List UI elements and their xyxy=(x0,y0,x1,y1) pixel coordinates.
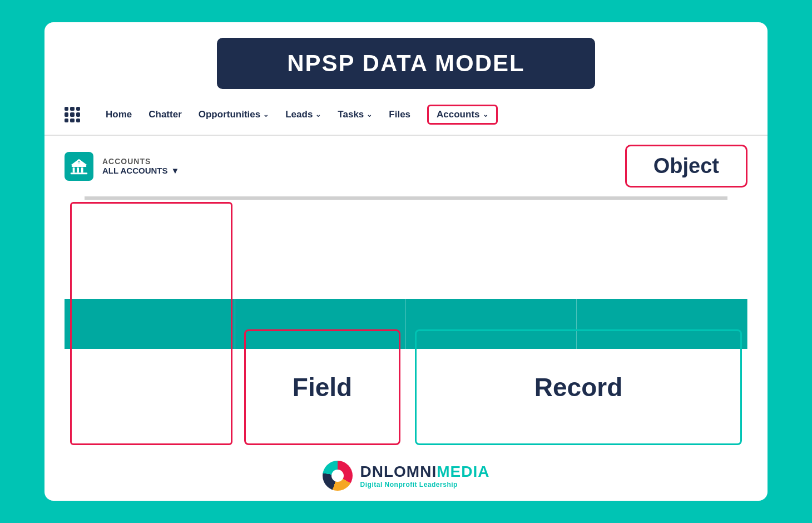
logo-omni: OMNI xyxy=(394,463,437,480)
svg-rect-1 xyxy=(73,167,75,172)
svg-rect-7 xyxy=(77,162,81,164)
chevron-down-icon: ⌄ xyxy=(263,111,269,119)
sub-header: ACCOUNTS ALL ACCOUNTS ▼ Object xyxy=(44,136,768,196)
grid-cell-r2c3 xyxy=(406,198,567,199)
nav-files[interactable]: Files xyxy=(389,109,410,120)
pink-outline-box xyxy=(70,202,232,445)
accounts-title: ACCOUNTS xyxy=(102,157,179,166)
sub-header-left: ACCOUNTS ALL ACCOUNTS ▼ xyxy=(65,152,179,181)
bank-icon xyxy=(70,157,88,176)
main-card: NPSP DATA MODEL Home Chatter Opportuniti… xyxy=(44,22,768,501)
svg-rect-3 xyxy=(81,167,83,172)
nav-opportunities[interactable]: Opportunities ⌄ xyxy=(199,109,269,120)
grid-cell-r2c1 xyxy=(85,198,246,199)
svg-rect-5 xyxy=(71,172,87,174)
accounts-subtitle: ALL ACCOUNTS ▼ xyxy=(102,166,179,175)
nav-leads[interactable]: Leads ⌄ xyxy=(285,109,321,120)
nav-bar: Home Chatter Opportunities ⌄ Leads ⌄ Tas… xyxy=(44,95,768,136)
nav-accounts[interactable]: Accounts ⌄ xyxy=(427,105,497,125)
nav-tasks[interactable]: Tasks ⌄ xyxy=(338,109,372,120)
svg-rect-2 xyxy=(77,167,79,172)
nav-chatter[interactable]: Chatter xyxy=(148,109,182,120)
grid-cell-r2c4 xyxy=(567,198,727,199)
logo-inner xyxy=(331,470,344,482)
page-title: NPSP DATA MODEL xyxy=(217,38,595,89)
chevron-down-icon: ⌄ xyxy=(315,111,321,119)
logo-media: MEDIA xyxy=(437,463,489,480)
accounts-icon xyxy=(65,152,93,181)
nav-home[interactable]: Home xyxy=(106,109,132,120)
grid-area xyxy=(85,196,727,200)
logo-circle-icon xyxy=(323,461,353,491)
logo-dnl: DNL xyxy=(360,463,394,480)
accounts-text: ACCOUNTS ALL ACCOUNTS ▼ xyxy=(102,157,179,175)
grid-cell-r2c2 xyxy=(246,198,407,199)
record-box: Record xyxy=(415,329,742,446)
main-grid-container: Field Record xyxy=(65,196,747,451)
logo-tagline: Digital Nonprofit Leadership xyxy=(360,481,490,489)
field-box: Field xyxy=(244,329,400,446)
logo-name: DNLOMNIMEDIA xyxy=(360,463,490,481)
dropdown-icon[interactable]: ▼ xyxy=(171,166,180,175)
object-badge: Object xyxy=(625,145,747,188)
chevron-down-icon: ⌄ xyxy=(483,111,488,119)
footer: DNLOMNIMEDIA Digital Nonprofit Leadershi… xyxy=(44,451,768,501)
grid-icon[interactable] xyxy=(65,107,80,122)
nav-links: Home Chatter Opportunities ⌄ Leads ⌄ Tas… xyxy=(106,105,498,125)
svg-rect-0 xyxy=(72,165,86,167)
chevron-down-icon: ⌄ xyxy=(367,111,372,119)
logo-text: DNLOMNIMEDIA Digital Nonprofit Leadershi… xyxy=(360,463,490,489)
